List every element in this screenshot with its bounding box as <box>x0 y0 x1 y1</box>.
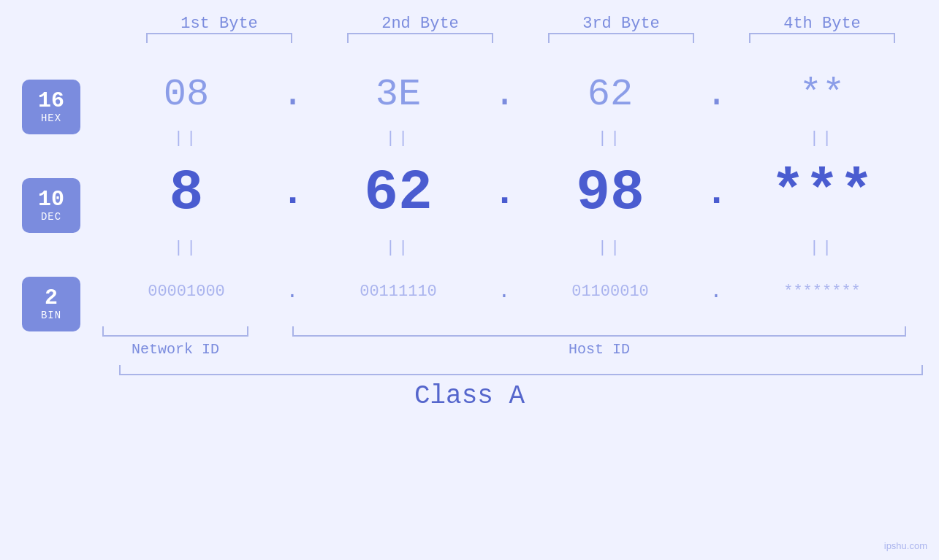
bracket-byte2 <box>347 33 493 43</box>
hex-badge-label: HEX <box>41 113 61 124</box>
eq1-1: || <box>113 129 259 147</box>
byte2-header: 2nd Byte <box>332 15 508 33</box>
host-id-bracket <box>292 326 906 337</box>
bin-val-2: 00111110 <box>325 283 471 301</box>
values-grid: 08 . 3E . 62 . ** || || || || 8 . <box>102 58 939 358</box>
class-label: Class A <box>68 381 872 411</box>
top-bracket-row <box>119 33 923 43</box>
byte4-header: 4th Byte <box>734 15 910 33</box>
hex-val-3: 62 <box>537 73 683 116</box>
dot-dec-2: . <box>493 172 515 215</box>
hex-val-4: ** <box>749 73 895 116</box>
bin-badge-num: 2 <box>45 286 58 310</box>
byte3-header: 3rd Byte <box>533 15 709 33</box>
id-labels: Network ID Host ID <box>102 341 906 358</box>
dec-badge: 10 DEC <box>22 178 80 233</box>
dot-dec-1: . <box>281 172 303 215</box>
dot-hex-1: . <box>281 73 303 116</box>
watermark: ipshu.com <box>884 540 927 551</box>
bin-badge: 2 BIN <box>22 277 80 331</box>
host-id-label: Host ID <box>292 341 906 358</box>
content-wrapper: 16 HEX 10 DEC 2 BIN 08 . 3E . 62 . ** <box>0 58 939 358</box>
dec-row: 8 . 62 . 98 . *** <box>102 153 906 233</box>
dot-hex-2: . <box>493 73 515 116</box>
main-container: 1st Byte 2nd Byte 3rd Byte 4th Byte 16 H… <box>0 0 939 560</box>
eq1-3: || <box>537 129 683 147</box>
eq2-2: || <box>325 239 471 257</box>
eq1-4: || <box>749 129 895 147</box>
bin-badge-label: BIN <box>41 310 61 321</box>
dot-dec-3: . <box>705 172 727 215</box>
eq2-1: || <box>113 239 259 257</box>
network-id-bracket <box>102 326 248 337</box>
eq2-4: || <box>749 239 895 257</box>
equals-row-1: || || || || <box>102 123 906 153</box>
hex-row: 08 . 3E . 62 . ** <box>102 65 906 123</box>
class-bracket <box>119 365 923 375</box>
bin-row: 00001000 . 00111110 . 01100010 . *******… <box>102 262 906 321</box>
bracket-byte4 <box>749 33 895 43</box>
hex-val-1: 08 <box>113 73 259 116</box>
dot-bin-2: . <box>493 280 515 303</box>
bin-val-4: ******** <box>749 283 895 301</box>
hex-val-2: 3E <box>325 73 471 116</box>
hex-badge-num: 16 <box>38 89 64 113</box>
hex-badge: 16 HEX <box>22 80 80 134</box>
dec-val-4: *** <box>749 161 895 225</box>
network-id-label: Network ID <box>102 341 248 358</box>
byte1-header: 1st Byte <box>132 15 307 33</box>
dec-val-1: 8 <box>113 161 259 225</box>
bracket-byte3 <box>548 33 694 43</box>
dec-badge-label: DEC <box>41 212 61 223</box>
equals-row-2: || || || || <box>102 233 906 262</box>
bracket-byte1 <box>146 33 292 43</box>
dot-hex-3: . <box>705 73 727 116</box>
bin-val-1: 00001000 <box>113 283 259 301</box>
eq1-2: || <box>325 129 471 147</box>
dot-bin-1: . <box>281 280 303 303</box>
dec-val-3: 98 <box>537 161 683 225</box>
dot-bin-3: . <box>705 280 727 303</box>
eq2-3: || <box>537 239 683 257</box>
byte-headers: 1st Byte 2nd Byte 3rd Byte 4th Byte <box>119 15 923 33</box>
label-column: 16 HEX 10 DEC 2 BIN <box>0 58 102 358</box>
bottom-brackets-container <box>102 326 906 337</box>
bin-val-3: 01100010 <box>537 283 683 301</box>
dec-val-2: 62 <box>325 161 471 225</box>
dec-badge-num: 10 <box>38 188 64 212</box>
